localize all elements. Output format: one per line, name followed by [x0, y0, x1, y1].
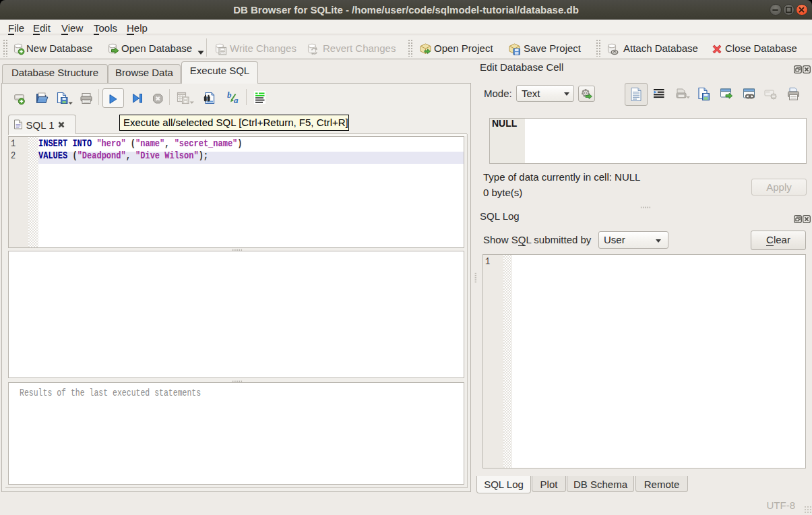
svg-text:b: b: [227, 91, 232, 100]
